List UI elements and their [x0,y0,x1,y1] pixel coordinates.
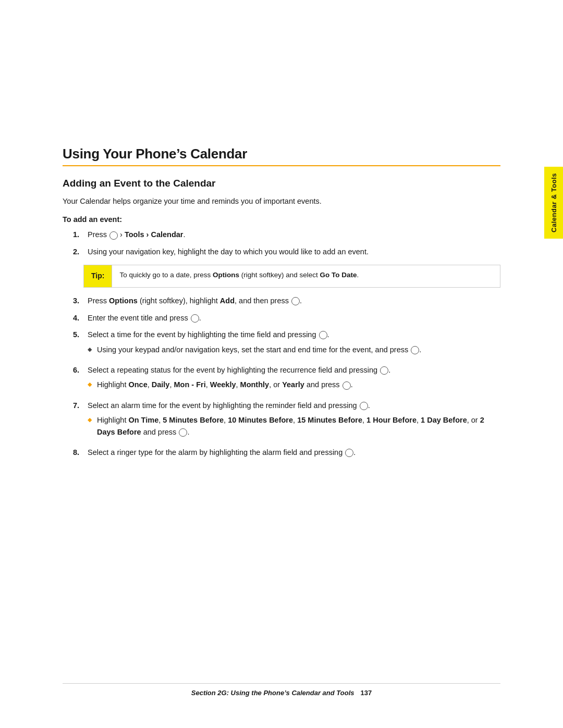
step-6: 6. Select a repeating status for the eve… [73,364,500,394]
page-footer: Section 2G: Using the Phone’s Calendar a… [63,683,500,697]
procedure-label: To add an event: [63,215,500,224]
circle-icon-5s [411,346,419,354]
circle-icon-1 [109,231,118,240]
step-3: 3. Press Options (right softkey), highli… [73,295,500,306]
step-1: 1. Press › Tools › Calendar. [73,229,500,240]
tip-content: To quickly go to a date, press Options (… [112,265,366,287]
step-6-sublist: ◆ Highlight Once, Daily, Mon - Fri, Week… [88,379,500,390]
step-8-content: Select a ringer type for the alarm by hi… [88,447,500,458]
page-title: Using Your Phone’s Calendar [63,146,500,162]
side-tab: Calendar & Tools [544,167,563,239]
step-4-content: Enter the event title and press . [88,312,500,324]
steps-list: 1. Press › Tools › Calendar. 2. Using yo… [73,229,500,458]
step-5-sub-1: ◆ Using your keypad and/or navigation ke… [88,344,500,355]
step-5-num: 5. [73,329,88,359]
footer-text: Section 2G: Using the Phone’s Calendar a… [191,689,354,697]
circle-icon-5 [319,331,327,339]
step-7-sub-1: ◆ Highlight On Time, 5 Minutes Before, 1… [88,414,500,438]
step-2-num: 2. [73,246,88,257]
step-7-sub-1-content: Highlight On Time, 5 Minutes Before, 10 … [97,414,500,438]
step-8-num: 8. [73,447,88,458]
step-3-num: 3. [73,295,88,306]
step-2: 2. Using your navigation key, highlight … [73,246,500,257]
circle-icon-7s [179,428,187,437]
intro-paragraph: Your Calendar helps organize your time a… [63,195,500,207]
bullet-7-1: ◆ [88,414,97,438]
step-7-num: 7. [73,400,88,441]
step-1-content: Press › Tools › Calendar. [88,229,500,240]
title-divider [63,165,500,166]
page: Calendar & Tools Using Your Phone’s Cale… [0,0,563,728]
step-5-content: Select a time for the event by highlight… [88,329,500,359]
step-7-content: Select an alarm time for the event by hi… [88,400,500,441]
tip-box: Tip: To quickly go to a date, press Opti… [83,265,500,288]
step-6-num: 6. [73,364,88,394]
step-6-sub-1-content: Highlight Once, Daily, Mon - Fri, Weekly… [97,379,353,390]
step-7-sublist: ◆ Highlight On Time, 5 Minutes Before, 1… [88,414,500,438]
step-3-content: Press Options (right softkey), highlight… [88,295,500,306]
circle-icon-6s [342,381,351,390]
side-tab-label: Calendar & Tools [550,173,558,232]
bullet-5-1: ◆ [88,344,97,355]
step-6-sub-1: ◆ Highlight Once, Daily, Mon - Fri, Week… [88,379,500,390]
step-7: 7. Select an alarm time for the event by… [73,400,500,441]
step-8: 8. Select a ringer type for the alarm by… [73,447,500,458]
tip-label: Tip: [84,265,112,287]
footer-page-num: 137 [361,689,372,697]
step-4-num: 4. [73,312,88,324]
tip-container: Tip: To quickly go to a date, press Opti… [73,265,500,288]
step-6-content: Select a repeating status for the event … [88,364,500,394]
section-heading: Adding an Event to the Calendar [63,178,500,189]
step-5-sublist: ◆ Using your keypad and/or navigation ke… [88,344,500,355]
circle-icon-6 [380,366,388,375]
step-5: 5. Select a time for the event by highli… [73,329,500,359]
bullet-6-1: ◆ [88,379,97,390]
step-2-content: Using your navigation key, highlight the… [88,246,500,257]
circle-icon-7 [360,402,368,410]
step-5-sub-1-content: Using your keypad and/or navigation keys… [97,344,421,355]
circle-icon-3 [291,297,300,305]
step-1-num: 1. [73,229,88,240]
circle-icon-4 [191,314,199,323]
step-4: 4. Enter the event title and press . [73,312,500,324]
circle-icon-8 [345,449,353,457]
